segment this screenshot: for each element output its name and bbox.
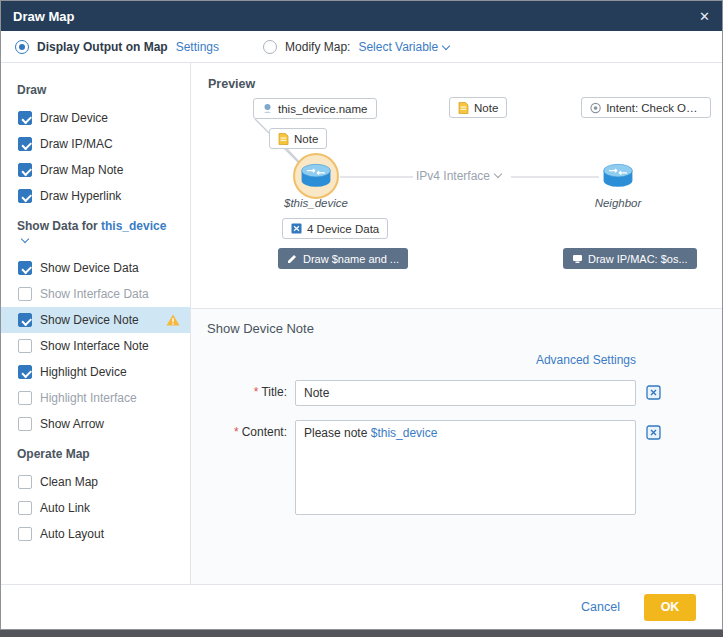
device-variable-icon: [262, 103, 273, 114]
checkbox-draw-ip-mac[interactable]: Draw IP/MAC: [1, 131, 190, 157]
checkbox-icon[interactable]: [18, 339, 32, 353]
insert-variable-icon[interactable]: [646, 425, 661, 444]
intent-node[interactable]: Intent: Check OSP...: [581, 97, 711, 118]
note-node[interactable]: Note: [449, 97, 507, 118]
checkbox-show-device-data[interactable]: Show Device Data: [1, 255, 190, 281]
title-input[interactable]: [295, 380, 636, 406]
dialog-title: Draw Map: [13, 9, 74, 24]
checkbox-icon[interactable]: [18, 111, 32, 125]
interface-dropdown[interactable]: IPv4 Interface: [416, 169, 501, 183]
draw-section-heading: Draw: [1, 73, 190, 105]
draw-name-node[interactable]: Draw $name and ...: [278, 248, 408, 269]
dialog-titlebar: Draw Map ✕: [1, 1, 722, 31]
router-device-icon[interactable]: [298, 162, 334, 190]
chevron-down-icon: [442, 41, 450, 49]
required-asterisk: *: [234, 425, 239, 439]
content-text: Please note: [304, 426, 371, 440]
chevron-down-icon: [494, 170, 502, 178]
draw-map-dialog: Draw Map ✕ Display Output on Map Setting…: [0, 0, 723, 630]
operate-map-section-heading: Operate Map: [1, 437, 190, 469]
required-asterisk: *: [254, 385, 259, 399]
checkbox-icon[interactable]: [18, 163, 32, 177]
checkbox-show-interface-data[interactable]: Show Interface Data: [1, 281, 190, 307]
device-data-node[interactable]: 4 Device Data: [282, 218, 388, 239]
dialog-footer: Cancel OK: [1, 584, 722, 629]
select-variable-dropdown[interactable]: Select Variable: [358, 40, 449, 54]
checkbox-draw-map-note[interactable]: Draw Map Note: [1, 157, 190, 183]
checkbox-show-device-note[interactable]: Show Device Note: [1, 307, 190, 333]
this-device-label: $this_device: [271, 197, 361, 209]
neighbor-label: Neighbor: [573, 197, 663, 209]
draw-ipmac-node[interactable]: Draw IP/MAC: $os...: [563, 248, 697, 269]
preview-heading: Preview: [208, 77, 255, 91]
checkbox-icon[interactable]: [18, 365, 32, 379]
checkbox-icon[interactable]: [18, 475, 32, 489]
note-node-small[interactable]: Note: [269, 128, 327, 149]
note-icon: [278, 133, 289, 145]
checkbox-show-arrow[interactable]: Show Arrow: [1, 411, 190, 437]
checkbox-highlight-device[interactable]: Highlight Device: [1, 359, 190, 385]
draw-icon: [287, 253, 298, 264]
checkbox-highlight-interface[interactable]: Highlight Interface: [1, 385, 190, 411]
ok-button[interactable]: OK: [644, 594, 696, 621]
checkbox-icon[interactable]: [18, 287, 32, 301]
map-preview-canvas: Preview this_device.name Note Note Inten…: [191, 63, 722, 308]
mode-row: Display Output on Map Settings Modify Ma…: [1, 31, 722, 63]
checkbox-icon[interactable]: [18, 417, 32, 431]
insert-variable-icon[interactable]: [646, 385, 661, 404]
content-label: *Content:: [207, 420, 295, 439]
checkbox-icon[interactable]: [18, 501, 32, 515]
checkbox-draw-device[interactable]: Draw Device: [1, 105, 190, 131]
checkbox-icon[interactable]: [18, 527, 32, 541]
checkbox-icon[interactable]: [18, 391, 32, 405]
checkbox-icon[interactable]: [18, 313, 32, 327]
show-device-note-panel: Show Device Note Advanced Settings *Titl…: [191, 308, 722, 584]
cancel-button[interactable]: Cancel: [581, 600, 620, 614]
modify-map-label: Modify Map:: [285, 40, 350, 54]
settings-link[interactable]: Settings: [176, 40, 219, 54]
checkbox-auto-link[interactable]: Auto Link: [1, 495, 190, 521]
checkbox-clean-map[interactable]: Clean Map: [1, 469, 190, 495]
checkbox-auto-layout[interactable]: Auto Layout: [1, 521, 190, 547]
intent-icon: [590, 102, 601, 114]
checkbox-show-interface-note[interactable]: Show Interface Note: [1, 333, 190, 359]
draw-icon: [572, 253, 583, 264]
title-label: *Title:: [207, 380, 295, 399]
display-output-label: Display Output on Map: [37, 40, 168, 54]
checkbox-icon[interactable]: [18, 261, 32, 275]
chevron-down-icon: [21, 235, 29, 243]
device-name-node[interactable]: this_device.name: [253, 98, 377, 119]
content-variable-token: $this_device: [371, 426, 438, 440]
content-textarea[interactable]: Please note $this_device: [295, 420, 636, 515]
close-icon[interactable]: ✕: [699, 9, 710, 24]
modify-map-radio[interactable]: [263, 40, 277, 54]
warning-icon: [166, 314, 180, 326]
router-device-icon[interactable]: [600, 162, 636, 190]
data-table-icon: [291, 223, 302, 234]
checkbox-icon[interactable]: [18, 137, 32, 151]
checkbox-draw-hyperlink[interactable]: Draw Hyperlink: [1, 183, 190, 209]
show-data-section-heading: Show Data for this_device: [1, 209, 190, 255]
checkbox-icon[interactable]: [18, 189, 32, 203]
options-sidebar: Draw Draw Device Draw IP/MAC Draw Map No…: [1, 63, 191, 584]
advanced-settings-link[interactable]: Advanced Settings: [536, 353, 636, 367]
display-output-radio[interactable]: [15, 40, 29, 54]
panel-title: Show Device Note: [207, 321, 706, 336]
note-icon: [458, 102, 469, 114]
